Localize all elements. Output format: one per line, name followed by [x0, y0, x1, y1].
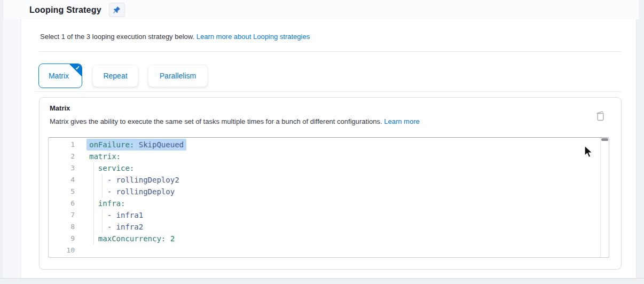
editor-line[interactable]: 3 service: — [49, 162, 600, 174]
line-number: 4 — [49, 174, 75, 186]
check-icon: ✓ — [75, 65, 80, 72]
card-description-text: Matrix gives the ability to execute the … — [50, 117, 384, 125]
code-text: - rollingDeploy2 — [89, 174, 179, 186]
scrollbar-thumb[interactable] — [601, 138, 608, 141]
pin-icon — [113, 6, 121, 14]
indent-guide — [93, 162, 94, 244]
delete-strategy-button[interactable] — [596, 111, 605, 121]
indent-guide — [102, 209, 103, 233]
code-text: onFailure: SkipQueued — [87, 139, 186, 151]
editor-line[interactable]: 2matrix: — [49, 151, 600, 162]
trash-icon — [596, 111, 605, 121]
code-text: service: — [89, 162, 134, 174]
page-edge-left — [3, 0, 21, 278]
editor-line[interactable]: 6 infra: — [49, 198, 600, 209]
code-text: matrix: — [89, 151, 121, 162]
card-title: Matrix — [50, 104, 70, 112]
intro-text: Select 1 of the 3 looping execution stra… — [40, 33, 310, 41]
editor-line[interactable]: 7 - infra1 — [49, 209, 600, 221]
line-number: 8 — [49, 221, 75, 233]
line-number: 1 — [49, 139, 75, 151]
editor-line[interactable]: 5 - rollingDeploy — [49, 186, 600, 198]
main-panel: Select 1 of the 3 looping execution stra… — [21, 19, 636, 278]
matrix-strategy-card: Matrix Matrix gives the ability to execu… — [39, 97, 622, 270]
tab-parallelism-label: Parallelism — [160, 72, 196, 80]
scrollbar-track — [600, 138, 601, 257]
code-text: infra: — [89, 198, 125, 209]
tab-matrix-label: Matrix — [49, 72, 69, 80]
editor-line[interactable]: 1onFailure: SkipQueued — [49, 139, 600, 151]
page-edge-bottom — [0, 278, 644, 279]
code-text: - infra2 — [89, 221, 143, 233]
pin-button[interactable] — [109, 3, 125, 17]
tabs-underline — [35, 91, 621, 92]
line-number: 9 — [49, 233, 75, 244]
line-number: 6 — [49, 198, 75, 209]
tab-matrix[interactable]: Matrix ✓ — [38, 64, 82, 88]
page-title: Looping Strategy — [29, 5, 101, 15]
tab-parallelism[interactable]: Parallelism — [148, 65, 208, 87]
code-text: maxConcurrency: 2 — [89, 233, 175, 244]
line-number: 2 — [49, 151, 75, 162]
editor-line[interactable]: 9 maxConcurrency: 2 — [49, 233, 600, 244]
editor-line[interactable]: 8 - infra2 — [49, 221, 600, 233]
line-number: 3 — [49, 162, 75, 174]
intro-sentence: Select 1 of the 3 looping execution stra… — [40, 33, 197, 41]
code-text: - infra1 — [89, 209, 143, 221]
editor-line[interactable]: 10 — [49, 244, 600, 256]
editor-line[interactable]: 4 - rollingDeploy2 — [49, 174, 600, 186]
learn-more-link[interactable]: Learn more — [384, 117, 419, 125]
tab-repeat-label: Repeat — [103, 72, 127, 80]
editor-content[interactable]: 1onFailure: SkipQueued2matrix:3 service:… — [49, 139, 600, 257]
tab-repeat[interactable]: Repeat — [92, 65, 138, 87]
line-number: 5 — [49, 186, 75, 198]
yaml-editor[interactable]: 1onFailure: SkipQueued2matrix:3 service:… — [48, 137, 609, 258]
mouse-cursor — [584, 145, 594, 161]
line-number: 10 — [49, 244, 75, 256]
looping-strategies-link[interactable]: Learn more about Looping strategies — [197, 33, 310, 41]
divider — [39, 51, 621, 52]
line-number: 7 — [49, 209, 75, 221]
card-description: Matrix gives the ability to execute the … — [50, 117, 420, 125]
indent-guide — [102, 174, 103, 198]
page-header: Looping Strategy — [29, 3, 125, 17]
